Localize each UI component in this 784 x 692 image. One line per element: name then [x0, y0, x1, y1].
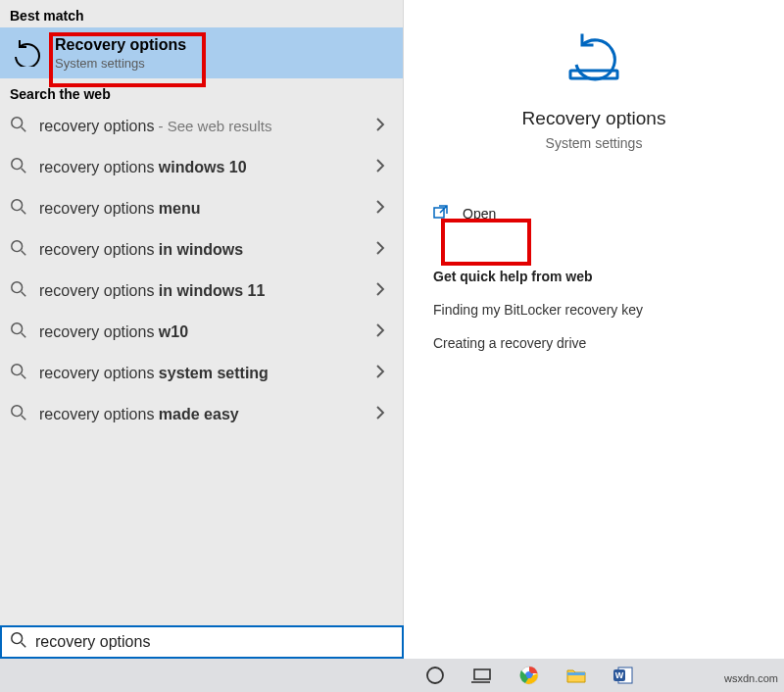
web-result-item[interactable]: recovery options windows 10 — [0, 147, 403, 188]
search-box[interactable] — [0, 625, 404, 659]
chevron-right-icon — [375, 323, 385, 341]
hero-title: Recovery options — [522, 108, 666, 129]
watermark: wsxdn.com — [724, 672, 778, 684]
hero: Recovery options System settings — [522, 27, 666, 151]
help-link[interactable]: Creating a recovery drive — [433, 335, 755, 351]
svg-line-15 — [22, 416, 26, 420]
svg-point-10 — [12, 323, 23, 334]
svg-point-14 — [12, 406, 23, 417]
chevron-right-icon — [375, 406, 385, 423]
web-result-item[interactable]: recovery options in windows — [0, 229, 403, 271]
search-input[interactable] — [35, 633, 394, 651]
chevron-right-icon — [375, 282, 385, 300]
svg-point-12 — [12, 365, 23, 375]
chevron-right-icon — [375, 159, 385, 176]
help-header: Get quick help from web — [433, 269, 755, 284]
open-button[interactable]: Open — [404, 192, 784, 235]
svg-rect-16 — [570, 71, 617, 78]
chevron-right-icon — [375, 241, 385, 259]
web-result-text: recovery options - See web results — [39, 118, 364, 135]
search-icon — [10, 157, 27, 178]
search-icon — [10, 198, 27, 220]
svg-rect-21 — [474, 669, 490, 679]
web-result-item[interactable]: recovery options w10 — [0, 312, 403, 353]
svg-line-1 — [22, 127, 26, 132]
chrome-icon[interactable] — [506, 659, 553, 692]
svg-line-11 — [22, 333, 26, 338]
svg-line-5 — [22, 210, 26, 215]
search-icon — [10, 321, 27, 343]
search-icon — [10, 363, 27, 384]
svg-point-18 — [12, 633, 23, 644]
web-result-item[interactable]: recovery options made easy — [0, 394, 403, 435]
svg-point-6 — [12, 241, 23, 252]
best-match-subtitle: System settings — [55, 56, 186, 71]
help-link[interactable]: Finding my BitLocker recovery key — [433, 302, 755, 318]
svg-line-13 — [22, 374, 26, 379]
svg-line-3 — [22, 169, 26, 173]
search-icon — [10, 280, 27, 302]
open-label: Open — [463, 206, 496, 222]
svg-text:W: W — [615, 670, 624, 680]
open-external-icon — [433, 204, 449, 223]
svg-point-8 — [12, 282, 23, 293]
search-icon — [10, 239, 27, 261]
svg-point-2 — [12, 159, 23, 170]
help-block: Get quick help from web Finding my BitLo… — [404, 269, 784, 369]
web-result-item[interactable]: recovery options system setting — [0, 353, 403, 394]
svg-line-9 — [22, 292, 26, 297]
recovery-settings-icon — [12, 35, 43, 71]
chevron-right-icon — [375, 200, 385, 218]
web-result-text: recovery options windows 10 — [39, 159, 364, 176]
recovery-hero-icon — [564, 27, 623, 86]
svg-point-0 — [12, 118, 23, 128]
web-results-list: recovery options - See web resultsrecove… — [0, 106, 403, 435]
chevron-right-icon — [375, 365, 385, 382]
search-icon — [10, 404, 27, 425]
cortana-icon[interactable] — [412, 659, 459, 692]
web-result-text: recovery options w10 — [39, 323, 364, 341]
web-result-item[interactable]: recovery options - See web results — [0, 106, 403, 147]
web-result-item[interactable]: recovery options in windows 11 — [0, 271, 403, 312]
file-explorer-icon[interactable] — [553, 659, 600, 692]
task-view-icon[interactable] — [459, 659, 506, 692]
web-result-text: recovery options made easy — [39, 406, 364, 423]
web-result-item[interactable]: recovery options menu — [0, 188, 403, 229]
best-match-title: Recovery options — [55, 36, 186, 54]
word-icon[interactable]: W — [600, 659, 647, 692]
web-result-text: recovery options menu — [39, 200, 364, 218]
web-result-text: recovery options system setting — [39, 365, 364, 382]
web-result-text: recovery options in windows 11 — [39, 282, 364, 300]
hero-subtitle: System settings — [546, 135, 643, 151]
chevron-right-icon — [375, 118, 385, 135]
best-match-item[interactable]: Recovery options System settings — [0, 27, 403, 78]
svg-point-4 — [12, 200, 23, 211]
svg-rect-25 — [567, 672, 585, 675]
svg-line-7 — [22, 251, 26, 256]
svg-line-19 — [22, 643, 26, 648]
search-icon — [10, 116, 27, 137]
web-result-text: recovery options in windows — [39, 241, 364, 259]
svg-point-20 — [427, 667, 443, 683]
details-panel: Recovery options System settings Open Ge… — [404, 0, 784, 659]
search-results-panel: Best match Recovery options System setti… — [0, 0, 404, 659]
search-web-header: Search the web — [0, 78, 403, 106]
best-match-header: Best match — [0, 0, 403, 27]
search-icon — [10, 631, 27, 653]
taskbar: W — [0, 659, 784, 692]
best-match-text: Recovery options System settings — [55, 36, 186, 71]
